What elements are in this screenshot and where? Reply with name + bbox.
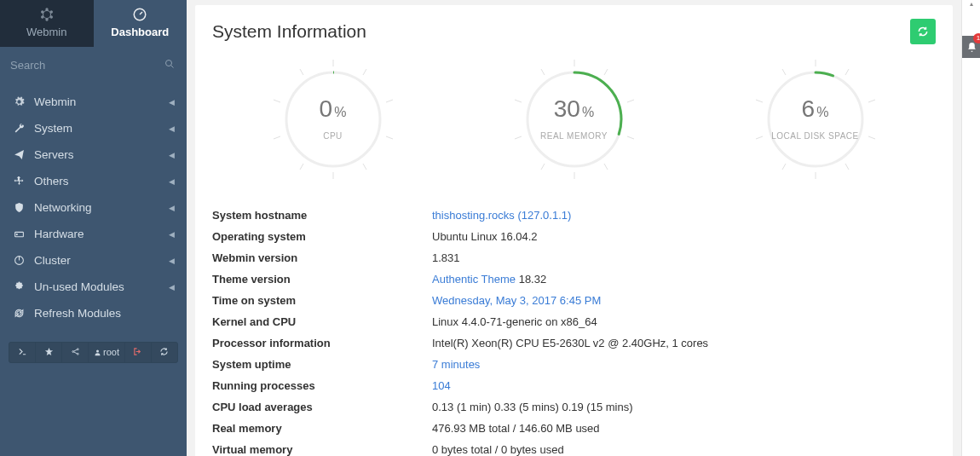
gauge-disk-label: LOCAL DISK SPACE [705,131,926,141]
user-button[interactable]: root [89,343,125,362]
nav-item-webmin[interactable]: Webmin ◀ [0,89,187,115]
caret-left-icon: ◀ [169,98,175,107]
svg-line-53 [845,164,849,170]
gauge-mem-label: REAL MEMORY [464,131,685,141]
gauge-disk: 6% LOCAL DISK SPACE [705,60,926,179]
info-label: Time on system [212,294,432,307]
wrench-icon [12,123,26,134]
caret-left-icon: ◀ [169,177,175,186]
webmin-logo-icon [37,7,56,22]
caret-left-icon: ◀ [169,283,175,291]
svg-point-12 [16,234,17,235]
user-icon [94,349,101,356]
svg-point-3 [50,16,52,18]
svg-point-9 [166,61,172,66]
info-value: Intel(R) Xeon(R) CPU E5-2630L v2 @ 2.40G… [432,337,936,349]
svg-line-29 [363,164,366,170]
svg-line-8 [140,12,142,14]
terminal-button[interactable] [9,343,36,362]
svg-point-0 [43,11,50,19]
caret-left-icon: ◀ [169,124,175,133]
caret-left-icon: ◀ [169,151,175,159]
dashboard-icon [132,7,147,22]
nav-item-unused[interactable]: Un-used Modules ◀ [0,274,187,300]
svg-line-20 [73,352,77,354]
refresh-icon [12,308,26,319]
notification-badge: 1 [973,33,980,43]
svg-line-19 [73,349,77,351]
caret-left-icon: ◀ [169,230,175,239]
gauge-disk-value: 6 [802,95,816,122]
search-input[interactable] [9,54,178,77]
nav-item-hardware[interactable]: Hardware ◀ [0,221,187,247]
svg-line-41 [604,164,608,170]
svg-line-34 [300,69,303,75]
paper-plane-icon [12,149,26,160]
nav-label: Others [34,175,69,188]
info-label: Kernel and CPU [212,315,432,328]
nav-item-networking[interactable]: Networking ◀ [0,194,187,221]
info-label: Webmin version [212,251,432,264]
info-label: Virtual memory [212,443,432,456]
logout-button[interactable] [125,343,152,362]
svg-point-6 [41,11,43,13]
nav-item-cluster[interactable]: Cluster ◀ [0,247,187,274]
svg-point-16 [72,351,73,353]
svg-line-58 [782,69,786,75]
svg-point-5 [41,16,43,18]
gauges: 0% CPU 30% REAL MEMORY [212,60,936,179]
tabs: Webmin Dashboard [0,0,187,47]
info-label: Running processes [212,379,432,392]
info-value: Linux 4.4.0-71-generic on x86_64 [432,315,936,328]
nav-item-system[interactable]: System ◀ [0,115,187,141]
nav-item-others[interactable]: Others ◀ [0,168,187,194]
tab-dashboard[interactable]: Dashboard [94,0,187,47]
refresh-button[interactable] [910,19,936,44]
favorites-button[interactable] [36,343,62,362]
hostname-link[interactable]: thishosting.rocks (127.0.1.1) [432,209,571,222]
nav: Webmin ◀ System ◀ Servers ◀ Others ◀ Net… [0,84,187,326]
tab-dashboard-label: Dashboard [111,26,169,38]
time-link[interactable]: Wednesday, May 3, 2017 6:45 PM [432,294,601,307]
reload-button[interactable] [152,343,177,362]
svg-line-50 [845,69,849,75]
search-wrap [0,47,187,84]
info-label: Operating system [212,230,432,243]
nav-label: Cluster [34,254,71,267]
user-name: root [103,347,119,357]
nav-item-servers[interactable]: Servers ◀ [0,141,187,168]
gauge-cpu-value: 0 [320,95,333,122]
scroll-up-icon[interactable]: ▴ [962,0,980,12]
svg-point-17 [77,349,78,350]
gauge-cpu-label: CPU [222,131,444,141]
svg-point-4 [46,19,48,20]
procs-link[interactable]: 104 [432,379,451,392]
gauge-cpu: 0% CPU [222,60,444,179]
svg-line-38 [604,69,608,75]
theme-link[interactable]: Authentic Theme [432,273,516,286]
svg-point-18 [77,353,78,355]
svg-point-1 [46,9,48,10]
info-label: Processor information [212,337,432,349]
info-label: CPU load averages [212,401,432,413]
notifications-button[interactable]: 1 [962,36,980,58]
tab-webmin-label: Webmin [26,26,66,38]
tab-webmin[interactable]: Webmin [0,0,94,47]
svg-line-43 [541,164,545,170]
arrows-icon [12,176,26,187]
info-label: Theme version [212,273,432,286]
puzzle-icon [12,281,26,292]
reload-icon [159,347,169,356]
main-content[interactable]: System Information 0% CPU [187,0,961,456]
info-value: 1.831 [432,251,936,264]
nav-item-refresh-modules[interactable]: Refresh Modules [0,300,187,326]
uptime-link[interactable]: 7 minutes [432,358,480,371]
svg-line-10 [171,66,174,68]
gear-icon [12,96,26,107]
system-info-panel: System Information 0% CPU [195,5,953,456]
bottom-toolbar: root [9,342,178,363]
svg-line-46 [541,69,545,75]
terminal-icon [18,347,27,356]
share-icon [71,347,80,356]
network-button[interactable] [62,343,89,362]
